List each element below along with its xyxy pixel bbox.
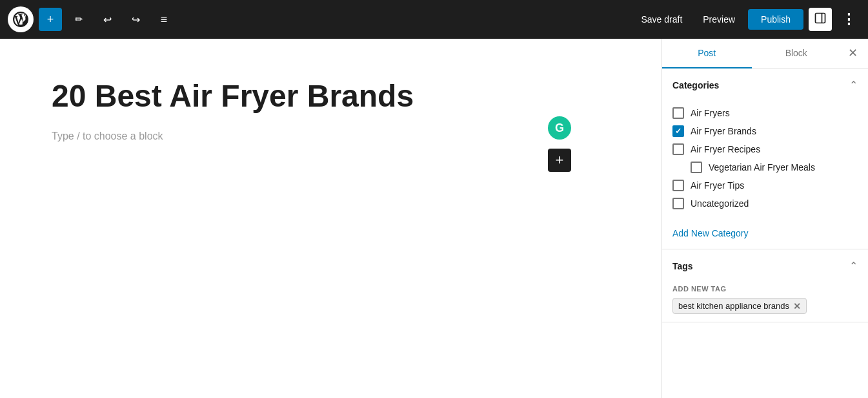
category-label: Air Fryer Tips [691,180,744,191]
list-icon: ≡ [161,13,168,26]
sidebar-content: Categories ⌃ Air Fryers Air Fryer Brands [662,68,868,398]
tags-add-label: ADD NEW TAG [662,282,868,298]
sidebar-toggle-button[interactable] [809,8,832,31]
category-label: Air Fryer Brands [691,126,756,136]
save-draft-button[interactable]: Save draft [633,9,690,30]
block-placeholder[interactable]: Type / to choose a block [52,131,600,142]
redo-icon: ↪ [132,14,140,26]
undo-icon: ↩ [103,14,112,26]
category-checkbox-air-fryer-tips[interactable] [672,180,684,191]
category-label: Air Fryer Recipes [691,144,760,154]
post-title[interactable]: 20 Best Air Fryer Brands [52,78,600,115]
sidebar-tabs: Post Block ✕ [662,39,868,68]
preview-button[interactable]: Preview [695,9,743,30]
tags-section: Tags ⌃ ADD NEW TAG best kitchen applianc… [662,249,868,322]
plus-icon: + [556,153,564,167]
list-view-button[interactable]: ≡ [152,8,176,31]
main-layout: 20 Best Air Fryer Brands Type / to choos… [0,39,868,398]
list-item[interactable]: Air Fryer Tips [672,176,858,194]
category-checkbox-uncategorized[interactable] [672,198,684,209]
list-item[interactable]: Air Fryer Brands [672,122,858,140]
categories-section: Categories ⌃ Air Fryers Air Fryer Brands [662,68,868,249]
editor-area: 20 Best Air Fryer Brands Type / to choos… [0,39,661,398]
tag-chip: best kitchen appliance brands ✕ [672,298,807,314]
list-item[interactable]: Air Fryer Recipes [672,140,858,158]
categories-title: Categories [672,80,719,90]
toolbar: + ✏ ↩ ↪ ≡ Save draft Preview Publish ⋮ [0,0,868,39]
tab-post[interactable]: Post [662,39,752,68]
sidebar: Post Block ✕ Categories ⌃ Air Fryers [661,39,868,398]
close-sidebar-button[interactable]: ✕ [841,41,864,65]
toolbar-right: Save draft Preview Publish ⋮ [633,8,860,31]
sidebar-icon [814,12,827,28]
categories-header[interactable]: Categories ⌃ [662,68,868,101]
publish-button[interactable]: Publish [748,9,803,30]
plus-icon: + [47,13,54,26]
add-new-category-link[interactable]: Add New Category [662,223,868,249]
category-checkbox-vegetarian[interactable] [691,162,702,173]
tags-input-row: best kitchen appliance brands ✕ [662,298,868,322]
category-checkbox-air-fryer-brands[interactable] [672,125,684,137]
close-icon: ✕ [848,46,858,60]
tags-header[interactable]: Tags ⌃ [662,249,868,282]
more-options-button[interactable]: ⋮ [837,8,860,31]
more-icon: ⋮ [842,11,856,28]
tags-title: Tags [672,261,693,271]
wp-logo[interactable] [8,6,34,32]
category-label: Vegetarian Air Fryer Meals [709,162,815,173]
list-item[interactable]: Uncategorized [672,194,858,213]
tag-chip-label: best kitchen appliance brands [678,301,789,311]
tab-block[interactable]: Block [752,39,842,68]
pen-icon: ✏ [75,14,83,25]
grammarly-icon[interactable]: G [548,116,571,140]
tag-chip-remove-button[interactable]: ✕ [793,302,801,311]
list-item[interactable]: Vegetarian Air Fryer Meals [672,158,858,176]
category-list: Air Fryers Air Fryer Brands Air Fryer Re… [662,101,868,223]
category-label: Air Fryers [691,108,730,118]
redo-button[interactable]: ↪ [124,8,147,31]
editor-title-row: 20 Best Air Fryer Brands Type / to choos… [52,78,610,142]
editor-title-text: 20 Best Air Fryer Brands Type / to choos… [52,78,600,142]
add-block-toolbar-button[interactable]: + [39,8,62,31]
category-label: Uncategorized [691,198,749,209]
edit-button[interactable]: ✏ [67,8,90,31]
undo-button[interactable]: ↩ [96,8,119,31]
list-item[interactable]: Air Fryers [672,104,858,122]
svg-rect-1 [816,13,825,23]
add-block-inline-button[interactable]: + [548,149,571,172]
tags-chevron-icon: ⌃ [849,260,858,272]
categories-chevron-icon: ⌃ [849,79,858,91]
category-checkbox-air-fryer-recipes[interactable] [672,143,684,155]
category-checkbox-air-fryers[interactable] [672,107,684,119]
